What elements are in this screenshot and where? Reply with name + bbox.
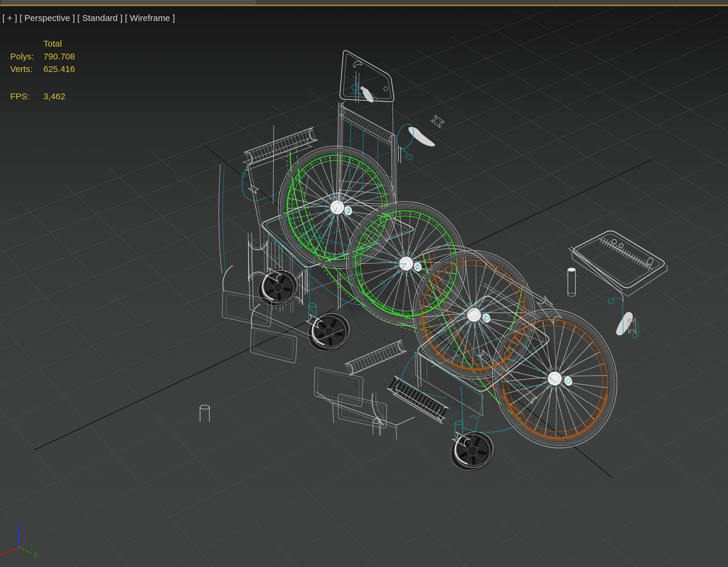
svg-text:FPS:: FPS: <box>10 91 30 101</box>
svg-text:y: y <box>33 550 38 558</box>
svg-text:z: z <box>16 522 20 530</box>
svg-text:790.708: 790.708 <box>43 52 75 61</box>
svg-text:Total: Total <box>43 39 62 48</box>
svg-text:x: x <box>1 549 5 558</box>
svg-text:[ + ] [ Perspective ] [ Standa: [ + ] [ Perspective ] [ Standard ] [ Wir… <box>2 13 175 23</box>
svg-text:Verts:: Verts: <box>10 64 33 74</box>
svg-text:3,462: 3,462 <box>43 91 65 101</box>
svg-text:Polys:: Polys: <box>10 52 34 61</box>
svg-text:625.416: 625.416 <box>43 64 75 74</box>
